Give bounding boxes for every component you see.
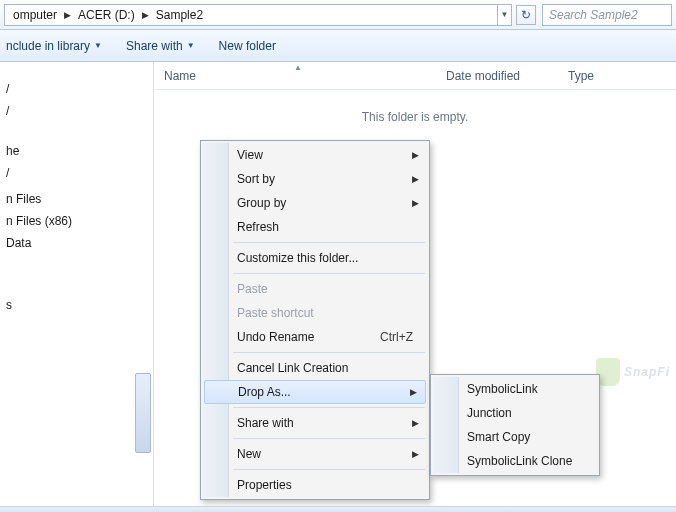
menu-undo[interactable]: Undo RenameCtrl+Z — [203, 325, 427, 349]
menu-separator — [233, 407, 425, 408]
submenu-symboliclink-clone[interactable]: SymbolicLink Clone — [433, 449, 597, 473]
crumb-computer[interactable]: omputer — [9, 8, 61, 22]
menu-customize[interactable]: Customize this folder... — [203, 246, 427, 270]
menu-separator — [233, 242, 425, 243]
context-submenu-drop-as: SymbolicLink Junction Smart Copy Symboli… — [430, 374, 600, 476]
menu-drop-as-label: Drop As... — [238, 385, 291, 399]
menu-separator — [233, 469, 425, 470]
menu-groupby-label: Group by — [237, 196, 286, 210]
watermark: SnapFi — [596, 358, 670, 386]
submenu-smart-copy[interactable]: Smart Copy — [433, 425, 597, 449]
menu-drop-as[interactable]: Drop As...▶ — [204, 380, 426, 404]
menu-new[interactable]: New▶ — [203, 442, 427, 466]
menu-refresh[interactable]: Refresh — [203, 215, 427, 239]
tree-item[interactable]: Data — [6, 232, 153, 254]
chevron-right-icon: ▶ — [412, 449, 419, 459]
menu-cancel-link-label: Cancel Link Creation — [237, 361, 348, 375]
menu-properties-label: Properties — [237, 478, 292, 492]
submenu-symboliclink[interactable]: SymbolicLink — [433, 377, 597, 401]
tree-item[interactable]: / — [6, 78, 153, 100]
crumb-folder[interactable]: Sample2 — [152, 8, 207, 22]
search-input[interactable]: Search Sample2 — [542, 4, 672, 26]
menu-paste-shortcut: Paste shortcut — [203, 301, 427, 325]
menu-new-label: New — [237, 447, 261, 461]
submenu-symlink-label: SymbolicLink — [467, 382, 538, 396]
chevron-right-icon: ▶ — [412, 418, 419, 428]
breadcrumb[interactable]: omputer ▶ ACER (D:) ▶ Sample2 — [4, 4, 498, 26]
include-label: nclude in library — [6, 39, 90, 53]
tree-item[interactable]: n Files (x86) — [6, 210, 153, 232]
tree-item[interactable]: he — [6, 140, 153, 162]
menu-sort-by[interactable]: Sort by▶ — [203, 167, 427, 191]
address-buttons: ↻ — [516, 5, 536, 25]
column-headers: Name ▲ Date modified Type — [154, 62, 676, 90]
menu-separator — [233, 438, 425, 439]
newfolder-label: New folder — [219, 39, 276, 53]
menu-share-with[interactable]: Share with▶ — [203, 411, 427, 435]
menu-view-label: View — [237, 148, 263, 162]
menu-group-by[interactable]: Group by▶ — [203, 191, 427, 215]
context-menu: View▶ Sort by▶ Group by▶ Refresh Customi… — [200, 140, 430, 500]
menu-properties[interactable]: Properties — [203, 473, 427, 497]
chevron-down-icon: ▼ — [94, 41, 102, 50]
share-with-button[interactable]: Share with ▼ — [126, 39, 195, 53]
sort-asc-icon: ▲ — [294, 63, 302, 72]
column-name[interactable]: Name ▲ — [154, 62, 434, 89]
status-bar — [0, 506, 676, 512]
tree-item[interactable]: s — [6, 294, 153, 316]
navigation-pane[interactable]: / / he / n Files n Files (x86) Data s — [0, 62, 154, 506]
scrollbar-thumb[interactable] — [135, 373, 151, 453]
tree-item[interactable]: / — [6, 100, 153, 122]
menu-customize-label: Customize this folder... — [237, 251, 358, 265]
share-label: Share with — [126, 39, 183, 53]
column-date[interactable]: Date modified — [436, 62, 556, 89]
menu-sortby-label: Sort by — [237, 172, 275, 186]
submenu-junction-label: Junction — [467, 406, 512, 420]
watermark-text: SnapFi — [624, 365, 670, 379]
refresh-icon[interactable]: ↻ — [516, 5, 536, 25]
menu-separator — [233, 273, 425, 274]
menu-sharewith-label: Share with — [237, 416, 294, 430]
tree-item[interactable]: n Files — [6, 188, 153, 210]
menu-refresh-label: Refresh — [237, 220, 279, 234]
crumb-drive[interactable]: ACER (D:) — [74, 8, 139, 22]
submenu-junction[interactable]: Junction — [433, 401, 597, 425]
chevron-right-icon: ▶ — [412, 198, 419, 208]
new-folder-button[interactable]: New folder — [219, 39, 276, 53]
submenu-smartcopy-label: Smart Copy — [467, 430, 530, 444]
chevron-right-icon: ▶ — [412, 174, 419, 184]
menu-separator — [233, 352, 425, 353]
menu-undo-label: Undo Rename — [237, 330, 314, 344]
menu-undo-shortcut: Ctrl+Z — [380, 330, 413, 344]
chevron-right-icon[interactable]: ▶ — [139, 10, 152, 20]
command-bar: nclude in library ▼ Share with ▼ New fol… — [0, 30, 676, 62]
chevron-down-icon: ▼ — [187, 41, 195, 50]
column-name-label: Name — [164, 69, 196, 83]
menu-view[interactable]: View▶ — [203, 143, 427, 167]
include-in-library-button[interactable]: nclude in library ▼ — [6, 39, 102, 53]
menu-paste: Paste — [203, 277, 427, 301]
menu-paste-shortcut-label: Paste shortcut — [237, 306, 314, 320]
chevron-right-icon: ▶ — [412, 150, 419, 160]
address-history-dropdown[interactable]: ▼ — [498, 4, 512, 26]
column-type[interactable]: Type — [558, 62, 604, 89]
tree-item[interactable]: / — [6, 162, 153, 184]
address-bar: omputer ▶ ACER (D:) ▶ Sample2 ▼ ↻ Search… — [0, 0, 676, 30]
chevron-right-icon[interactable]: ▶ — [61, 10, 74, 20]
menu-cancel-link[interactable]: Cancel Link Creation — [203, 356, 427, 380]
submenu-symclone-label: SymbolicLink Clone — [467, 454, 572, 468]
empty-folder-text: This folder is empty. — [154, 110, 676, 124]
menu-paste-label: Paste — [237, 282, 268, 296]
chevron-right-icon: ▶ — [410, 387, 417, 397]
